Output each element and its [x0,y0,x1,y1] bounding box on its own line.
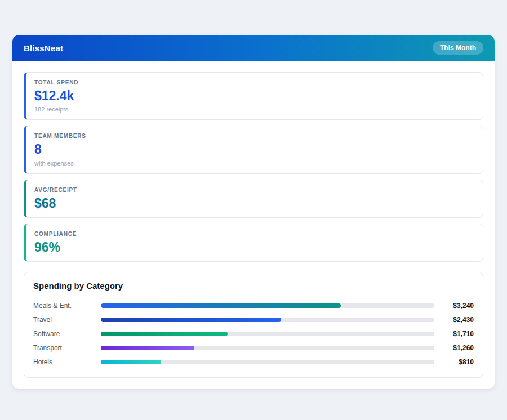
bar-fill [101,360,161,364]
app-title: BlissNeat [24,43,63,53]
category-label: Hotels [33,358,101,366]
stat-value: $68 [34,196,474,211]
stat-label: TEAM MEMBERS [34,133,474,139]
stat-label: COMPLIANCE [34,231,474,237]
stat-card-avg-receipt: AVG/RECEIPT $68 [24,180,483,218]
stat-label: AVG/RECEIPT [34,187,474,193]
bar-track [101,346,434,350]
bar-fill [101,332,228,336]
category-value: $1,710 [434,330,474,338]
stat-card-compliance: COMPLIANCE 96% [24,224,483,262]
stat-caption: 182 receipts [34,106,474,113]
category-label: Meals & Ent. [33,302,101,310]
category-row-meals: Meals & Ent. $3,240 [33,298,474,312]
stat-value: 8 [34,142,474,157]
bar-track [101,318,434,322]
bar-track [101,303,434,308]
stat-card-total-spend: TOTAL SPEND $12.4k 182 receipts [24,72,483,120]
app-header: BlissNeat This Month [12,35,495,61]
stat-value: 96% [34,240,474,254]
bar-track [101,360,434,364]
category-value: $3,240 [434,302,474,310]
category-value: $1,260 [434,344,474,352]
category-row-hotels: Hotels $810 [33,355,474,369]
stat-value: $12.4k [34,89,474,103]
period-badge[interactable]: This Month [433,41,483,55]
category-label: Travel [33,316,101,324]
bar-fill [101,303,341,308]
category-row-travel: Travel $2,430 [33,312,474,327]
category-label: Software [33,330,101,338]
category-row-transport: Transport $1,260 [33,341,474,355]
chart-title: Spending by Category [33,281,474,291]
spending-by-category-card: Spending by Category Meals & Ent. $3,240… [24,272,483,378]
stat-card-team-members: TEAM MEMBERS 8 with expenses [24,126,483,173]
category-label: Transport [33,344,101,352]
category-value: $810 [434,358,474,366]
dashboard-content: TOTAL SPEND $12.4k 182 receipts TEAM MEM… [12,61,495,389]
dashboard-card: BlissNeat This Month TOTAL SPEND $12.4k … [12,35,495,389]
stat-label: TOTAL SPEND [34,79,474,86]
stat-caption: with expenses [34,160,474,167]
category-value: $2,430 [434,316,474,324]
bar-track [101,332,434,336]
category-row-software: Software $1,710 [33,327,474,341]
bar-fill [101,318,281,322]
bar-fill [101,346,194,350]
